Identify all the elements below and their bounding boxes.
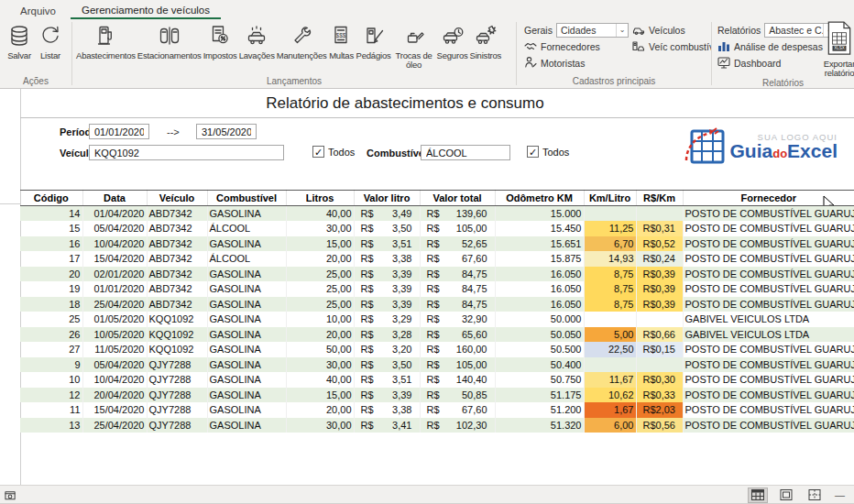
table-row[interactable]: 27 11/05/2020 KQQ1092 GASOLINA 50,00 R$3… xyxy=(20,342,854,357)
group-label-acoes: Ações xyxy=(0,76,71,89)
analise-despesas-button[interactable]: Análise de despesas xyxy=(717,39,807,53)
tab-gerenciamento-veiculos[interactable]: Gerenciamento de veículos xyxy=(71,3,221,19)
todos-veiculo-checkbox[interactable]: ✓ xyxy=(312,146,324,158)
page-layout-view-button[interactable] xyxy=(776,488,796,503)
cell-valor-total: R$102,30 xyxy=(420,418,495,433)
multas-button[interactable]: $$$ Multas xyxy=(328,19,356,60)
cell-combustivel: GASOLINA xyxy=(207,388,286,403)
header-valor-litro[interactable]: Valor litro xyxy=(354,191,420,206)
car-wash-icon xyxy=(244,21,269,50)
cell-odometro: 16.050 xyxy=(495,267,584,282)
cell-rs-km: R$0,56 xyxy=(636,418,683,433)
header-valor-total[interactable]: Valor total xyxy=(420,191,495,206)
impostos-button[interactable]: Impostos xyxy=(203,19,238,60)
macro-record-icon[interactable] xyxy=(5,489,16,501)
table-row[interactable]: 15 05/04/2020 ABD7342 ÁLCOOL 30,00 R$3,5… xyxy=(20,221,854,236)
relatorios-label: Relatórios xyxy=(717,25,761,36)
cell-litros: 40,00 xyxy=(286,372,354,388)
seguros-button[interactable]: Seguros xyxy=(436,19,469,60)
table-row[interactable]: 17 15/04/2020 ABD7342 ÁLCOOL 20,00 R$3,3… xyxy=(20,251,854,267)
motoristas-button[interactable]: Motoristas xyxy=(524,56,629,70)
car-clock-icon xyxy=(440,21,465,50)
cell-litros: 15,00 xyxy=(286,236,354,252)
table-row[interactable]: 16 10/04/2020 ABD7342 GASOLINA 15,00 R$3… xyxy=(20,236,854,252)
view-switcher: — xyxy=(748,488,845,503)
cell-rs-km: R$0,52 xyxy=(636,236,683,252)
header-odometro[interactable]: Odômetro KM xyxy=(495,191,584,206)
table-row[interactable]: 19 01/01/2020 ABD7342 GASOLINA 25,00 R$3… xyxy=(20,281,854,297)
estacionamentos-button[interactable]: Estacionamentos xyxy=(137,19,203,60)
exportar-relatorio-button[interactable]: XLSX Exportarrelatório xyxy=(813,19,854,78)
cell-data: 02/01/2020 xyxy=(82,267,147,282)
abastecimentos-button[interactable]: Abastecimentos xyxy=(75,19,137,60)
zoom-out-control[interactable]: — xyxy=(835,489,845,500)
cell-fornecedor: POSTO DE COMBUSTÍVEL GUARUJÁ xyxy=(683,402,854,418)
cell-veiculo: ABD7342 xyxy=(147,267,207,282)
table-row[interactable]: 13 25/04/2020 QJY7288 GASOLINA 30,00 R$3… xyxy=(20,418,854,433)
report-filters: Período: --> Veículo: ✓ Todos Combustíve… xyxy=(0,118,854,184)
cell-codigo: 26 xyxy=(20,327,82,343)
table-row[interactable]: 25 01/05/2020 KQQ1092 GASOLINA 10,00 R$3… xyxy=(20,312,854,327)
cell-veiculo: QJY7288 xyxy=(147,357,207,373)
cell-litros: 30,00 xyxy=(286,418,354,433)
cell-fornecedor: POSTO DE COMBUSTÍVEL GUARUJÁ xyxy=(683,251,854,267)
fine-document-icon: $$$ xyxy=(329,21,355,50)
cell-combustivel: GASOLINA xyxy=(207,402,286,418)
header-km-litro[interactable]: Km/Litro xyxy=(584,191,636,206)
cell-km-litro: 6,70 xyxy=(584,236,636,252)
header-rs-km[interactable]: R$/Km xyxy=(636,191,683,206)
cell-km-litro: 22,50 xyxy=(584,342,636,357)
combustivel-input[interactable] xyxy=(421,145,510,160)
header-combustivel[interactable]: Combustível xyxy=(207,191,286,206)
cell-km-litro: 1,67 xyxy=(584,402,636,418)
cell-veiculo: QJY7288 xyxy=(147,388,207,403)
cell-odometro: 15.000 xyxy=(495,206,584,222)
veic-combustivel-button[interactable]: Veíc combustível xyxy=(632,39,711,53)
table-row[interactable]: 10 10/04/2020 QJY7288 GASOLINA 40,00 R$3… xyxy=(20,372,854,388)
normal-view-button[interactable] xyxy=(748,488,768,503)
table-row[interactable]: 18 25/04/2020 ABD7342 GASOLINA 25,00 R$3… xyxy=(20,297,854,312)
sinistros-button[interactable]: Sinistros xyxy=(469,19,503,60)
header-veiculo[interactable]: Veículo xyxy=(147,191,207,206)
pedagios-button[interactable]: Pedágios xyxy=(356,19,392,60)
date-from-input[interactable] xyxy=(89,124,149,139)
cell-litros: 25,00 xyxy=(286,281,354,297)
header-codigo[interactable]: Código xyxy=(20,191,82,206)
salvar-button[interactable]: Salvar xyxy=(5,19,33,60)
todos-combustivel-checkbox[interactable]: ✓ xyxy=(527,146,539,158)
cell-rs-km xyxy=(636,206,683,222)
group-cadastros-principais: Gerais Cidades ⌄ Fornecedores xyxy=(517,19,711,89)
lavacoes-button[interactable]: Lavações xyxy=(238,19,276,60)
table-row[interactable]: 12 20/04/2020 QJY7288 GASOLINA 15,00 R$3… xyxy=(20,388,854,403)
table-row[interactable]: 11 15/04/2020 QJY7288 GASOLINA 20,00 R$3… xyxy=(20,402,854,418)
trocas-de-oleo-button[interactable]: Trocas de óleo xyxy=(392,19,436,70)
table-row[interactable]: 14 01/04/2020 ABD7342 GASOLINA 40,00 R$3… xyxy=(20,206,854,222)
tab-arquivo[interactable]: Arquivo xyxy=(9,4,67,19)
cell-valor-litro: R$3,29 xyxy=(354,312,420,327)
oil-can-icon xyxy=(401,21,427,50)
listar-button[interactable]: Listar xyxy=(37,19,64,60)
dashboard-button[interactable]: Dashboard xyxy=(717,56,807,70)
veiculos-button[interactable]: Veículos xyxy=(632,23,711,37)
cell-fornecedor: POSTO DE COMBUSTÍVEL GUARUJÁ xyxy=(683,281,854,297)
cell-valor-total: R$84,75 xyxy=(420,267,495,282)
table-row[interactable]: 9 05/04/2020 QJY7288 GASOLINA 30,00 R$3,… xyxy=(20,357,854,373)
cell-fornecedor: GABIVEL VEICULOS LTDA xyxy=(683,312,854,327)
manutencoes-button[interactable]: Manutenções xyxy=(276,19,328,60)
gerais-combobox[interactable]: Cidades ⌄ xyxy=(556,23,629,38)
page-break-view-button[interactable] xyxy=(805,488,825,503)
period-arrow: --> xyxy=(167,126,180,137)
header-litros[interactable]: Litros xyxy=(286,191,354,206)
date-to-input[interactable] xyxy=(196,124,257,139)
cell-combustivel: GASOLINA xyxy=(207,236,286,252)
table-row[interactable]: 20 02/01/2020 ABD7342 GASOLINA 25,00 R$3… xyxy=(20,267,854,282)
table-row[interactable]: 26 10/05/2020 KQQ1092 GASOLINA 20,00 R$3… xyxy=(20,327,854,343)
cell-km-litro: 8,75 xyxy=(584,267,636,282)
group-label-cadastros: Cadastros principais xyxy=(517,76,711,89)
cell-rs-km: R$0,39 xyxy=(636,267,683,282)
header-fornecedor[interactable]: Fornecedor xyxy=(683,191,854,206)
veiculo-input[interactable] xyxy=(89,145,284,160)
fornecedores-button[interactable]: Fornecedores xyxy=(524,39,629,53)
cell-litros: 15,00 xyxy=(286,388,354,403)
header-data[interactable]: Data xyxy=(82,191,147,206)
